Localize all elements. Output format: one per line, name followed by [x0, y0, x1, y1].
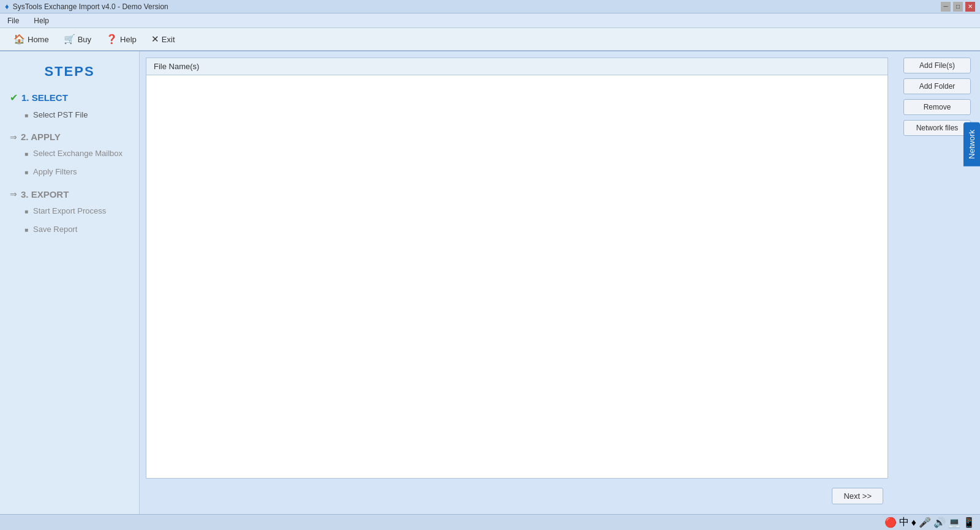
status-icon-5: 🔊	[933, 517, 946, 528]
step-2-subitem-exchange-mailbox[interactable]: ■ Select Exchange Mailbox	[24, 148, 129, 159]
exit-icon: ✕	[151, 34, 159, 45]
step-2-section: ⇒ 2. APPLY ■ Select Exchange Mailbox ■ A…	[10, 132, 129, 177]
status-icon-3: ♦	[911, 517, 916, 528]
toolbar-home-label: Home	[28, 35, 49, 44]
toolbar-exit-button[interactable]: ✕ Exit	[145, 31, 181, 47]
bottom-bar: Next >>	[146, 483, 888, 508]
toolbar-home-button[interactable]: 🏠 Home	[7, 31, 55, 47]
step-3-section: ⇒ 3. EXPORT ■ Start Export Process ■ Sav…	[10, 189, 129, 235]
menu-bar: File Help	[0, 13, 980, 28]
status-icon-2: 中	[899, 516, 909, 529]
steps-title: STEPS	[10, 64, 129, 80]
next-button[interactable]: Next >>	[832, 488, 883, 504]
toolbar-help-label: Help	[120, 35, 137, 44]
step-1-subitem-label: Select PST File	[33, 110, 88, 121]
toolbar: 🏠 Home 🛒 Buy ❓ Help ✕ Exit	[0, 28, 980, 51]
step-3-label: 3. EXPORT	[21, 189, 69, 200]
file-table-header: File Name(s)	[146, 58, 888, 75]
subitem-dot-1: ■	[24, 111, 28, 120]
toolbar-help-button[interactable]: ❓ Help	[100, 31, 143, 47]
toolbar-buy-label: Buy	[78, 35, 91, 44]
file-table-body	[146, 75, 888, 478]
step-3-subitem-save-report[interactable]: ■ Save Report	[24, 224, 129, 235]
status-icon-1: 🔴	[884, 517, 897, 528]
title-bar: ♦ SysTools Exchange Import v4.0 - Demo V…	[0, 0, 980, 13]
step-1-check-icon: ✔	[10, 92, 18, 103]
step-3-subitem-start-export[interactable]: ■ Start Export Process	[24, 206, 129, 217]
right-panel: Add File(s) Add Folder Remove Network fi…	[894, 51, 980, 514]
subitem-dot-4: ■	[24, 207, 28, 216]
remove-button[interactable]: Remove	[903, 99, 971, 115]
help-icon: ❓	[106, 34, 118, 45]
close-button[interactable]: ✕	[965, 2, 975, 12]
sidebar: STEPS ✔ 1. SELECT ■ Select PST File	[0, 51, 140, 514]
toolbar-exit-label: Exit	[162, 35, 175, 44]
app-icon: ♦	[5, 2, 9, 11]
status-icon-7: 📱	[963, 517, 975, 528]
step-1-section: ✔ 1. SELECT ■ Select PST File	[10, 92, 129, 121]
add-files-button[interactable]: Add File(s)	[903, 58, 971, 73]
status-icon-4: 🎤	[919, 517, 931, 528]
title-bar-left: ♦ SysTools Exchange Import v4.0 - Demo V…	[5, 2, 168, 11]
step-2-header: ⇒ 2. APPLY	[10, 132, 129, 142]
app-title: SysTools Exchange Import v4.0 - Demo Ver…	[13, 2, 168, 11]
network-files-button[interactable]: Network files	[903, 120, 971, 136]
menu-file[interactable]: File	[5, 15, 21, 26]
network-tab[interactable]: Network	[963, 122, 980, 166]
step-2-subitem-2-label: Apply Filters	[33, 166, 77, 177]
step-1-subitem-select-pst[interactable]: ■ Select PST File	[24, 110, 129, 121]
step-3-header: ⇒ 3. EXPORT	[10, 189, 129, 200]
toolbar-buy-button[interactable]: 🛒 Buy	[58, 31, 97, 47]
step-3-subitem-1-label: Start Export Process	[33, 206, 106, 217]
step-1-label: 1. SELECT	[21, 92, 68, 103]
buy-icon: 🛒	[64, 34, 75, 45]
step-3-arrow-icon: ⇒	[10, 189, 17, 199]
subitem-dot-2: ■	[24, 150, 28, 159]
home-icon: 🏠	[13, 34, 25, 45]
menu-help[interactable]: Help	[31, 15, 51, 26]
status-icon-6: 💻	[948, 517, 960, 528]
step-3-subitem-2-label: Save Report	[33, 224, 77, 235]
minimize-button[interactable]: ─	[941, 2, 951, 12]
step-2-label: 2. APPLY	[21, 132, 61, 142]
step-2-subitem-apply-filters[interactable]: ■ Apply Filters	[24, 166, 129, 177]
step-1-header: ✔ 1. SELECT	[10, 92, 129, 103]
step-2-arrow-icon: ⇒	[10, 132, 17, 142]
maximize-button[interactable]: □	[953, 2, 963, 12]
status-bar: 🔴 中 ♦ 🎤 🔊 💻 📱	[0, 514, 980, 530]
file-table-container: File Name(s)	[146, 58, 888, 479]
content-area: File Name(s) Next >>	[140, 51, 894, 514]
subitem-dot-3: ■	[24, 168, 28, 177]
main-content: STEPS ✔ 1. SELECT ■ Select PST File	[0, 51, 980, 514]
step-2-subitem-1-label: Select Exchange Mailbox	[33, 148, 123, 159]
subitem-dot-5: ■	[24, 226, 28, 234]
title-bar-controls: ─ □ ✕	[941, 2, 975, 12]
add-folder-button[interactable]: Add Folder	[903, 78, 971, 94]
